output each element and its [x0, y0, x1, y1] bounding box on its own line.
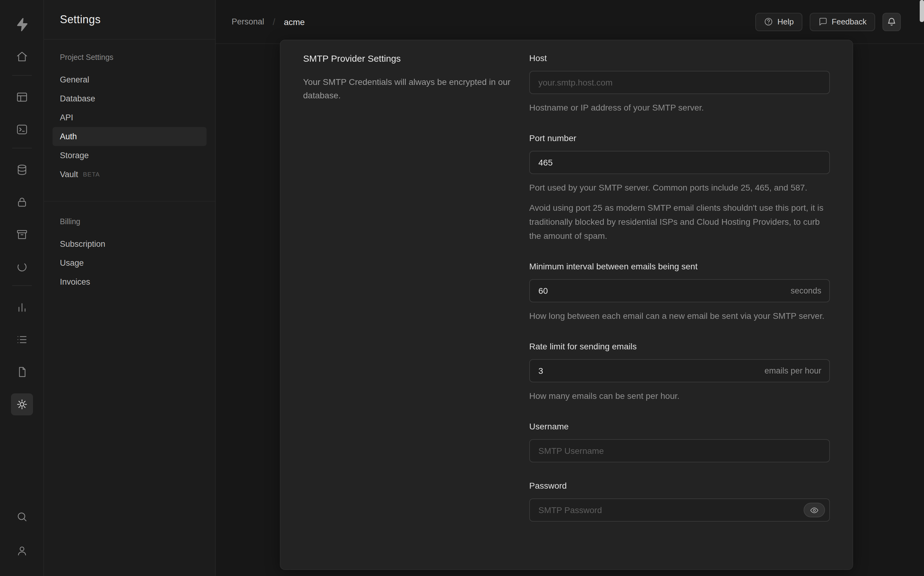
interval-input-wrap: seconds — [529, 279, 830, 302]
nav-rail — [0, 0, 44, 576]
beta-badge: BETA — [83, 171, 100, 178]
rate-limit-input[interactable] — [529, 359, 830, 382]
sidebar-item-general[interactable]: General — [53, 70, 207, 89]
sidebar-item-subscription[interactable]: Subscription — [53, 235, 207, 253]
interval-input[interactable] — [529, 279, 830, 302]
help-circle-icon — [764, 17, 773, 26]
user-icon — [16, 545, 28, 557]
sidebar-item-label: Database — [60, 94, 95, 103]
file-icon — [16, 366, 28, 378]
interval-field: Minimum interval between emails being se… — [529, 261, 830, 323]
bar-chart-icon — [16, 301, 28, 314]
interval-label: Minimum interval between emails being se… — [529, 261, 830, 272]
list-icon — [16, 333, 28, 346]
main-content: Personal / acme Help Feedback — [216, 0, 924, 576]
rail-api-docs-button[interactable] — [11, 361, 33, 383]
host-label: Host — [529, 53, 830, 64]
sidebar-divider — [44, 201, 215, 202]
supabase-dashboard: Settings Project Settings General Databa… — [0, 0, 924, 576]
password-label: Password — [529, 480, 830, 491]
host-help-text: Hostname or IP address of your SMTP serv… — [529, 101, 830, 115]
scrollbar-thumb[interactable] — [920, 0, 924, 22]
section-header-project-settings: Project Settings — [53, 53, 207, 62]
rail-divider — [12, 75, 32, 76]
edge-functions-icon — [16, 261, 28, 273]
chat-bubble-icon — [818, 17, 828, 26]
rail-reports-button[interactable] — [11, 296, 33, 318]
notifications-button[interactable] — [882, 13, 901, 31]
breadcrumb-project[interactable]: acme — [284, 17, 305, 27]
table-editor-icon — [16, 91, 28, 103]
gear-icon — [16, 398, 28, 410]
sidebar-item-vault[interactable]: Vault BETA — [53, 165, 207, 184]
sidebar-item-label: Vault — [60, 170, 78, 179]
rail-group-home — [11, 46, 33, 68]
sidebar-item-invoices[interactable]: Invoices — [53, 272, 207, 291]
feedback-button-label: Feedback — [832, 17, 866, 26]
port-input[interactable] — [529, 151, 830, 174]
sidebar-item-usage[interactable]: Usage — [53, 253, 207, 272]
rail-group-editors — [11, 86, 33, 141]
rail-group-observability — [11, 296, 33, 415]
rate-limit-label: Rate limit for sending emails — [529, 341, 830, 352]
sidebar-item-api[interactable]: API — [53, 108, 207, 127]
sidebar-item-label: Usage — [60, 258, 84, 267]
home-icon — [16, 51, 28, 63]
panel-description-column: SMTP Provider Settings Your SMTP Credent… — [303, 53, 517, 569]
port-help-text: Port used by your SMTP server. Common po… — [529, 181, 830, 195]
rail-divider — [12, 285, 32, 286]
sql-editor-icon — [16, 123, 28, 136]
section-header-billing: Billing — [53, 218, 207, 226]
sidebar-item-label: Invoices — [60, 277, 90, 286]
reveal-password-button[interactable] — [804, 503, 825, 517]
rail-storage-button[interactable] — [11, 224, 33, 246]
breadcrumb-org[interactable]: Personal — [232, 17, 264, 26]
port-label: Port number — [529, 133, 830, 144]
rail-divider — [12, 148, 32, 149]
breadcrumb: Personal / acme — [232, 16, 305, 27]
panel-description: Your SMTP Credentials will always be enc… — [303, 75, 517, 102]
port-note-text: Avoid using port 25 as modern SMTP email… — [529, 201, 830, 243]
lock-icon — [16, 196, 28, 208]
rail-database-button[interactable] — [11, 159, 33, 181]
sidebar-item-database[interactable]: Database — [53, 89, 207, 108]
rail-table-editor-button[interactable] — [11, 86, 33, 108]
rail-home-button[interactable] — [11, 46, 33, 68]
bell-icon — [887, 17, 897, 27]
rail-group-products — [11, 159, 33, 278]
supabase-bolt-icon — [14, 17, 29, 32]
rate-limit-input-wrap: emails per hour — [529, 359, 830, 382]
host-input-wrap — [529, 71, 830, 94]
panel-title: SMTP Provider Settings — [303, 53, 517, 65]
rail-sql-editor-button[interactable] — [11, 118, 33, 141]
sidebar-item-storage[interactable]: Storage — [53, 146, 207, 165]
settings-sidebar: Settings Project Settings General Databa… — [44, 0, 216, 576]
port-input-wrap — [529, 151, 830, 174]
host-input[interactable] — [529, 71, 830, 94]
topbar-actions: Help Feedback — [755, 13, 901, 31]
password-input-wrap — [529, 498, 830, 522]
database-icon — [16, 164, 28, 176]
sidebar-item-auth[interactable]: Auth — [53, 127, 207, 146]
username-input[interactable] — [529, 439, 830, 462]
panel-form-column: Host Hostname or IP address of your SMTP… — [529, 53, 830, 569]
sidebar-item-label: API — [60, 113, 73, 122]
rail-edge-functions-button[interactable] — [11, 256, 33, 278]
rail-search-button[interactable] — [11, 506, 33, 528]
host-field: Host Hostname or IP address of your SMTP… — [529, 53, 830, 115]
rail-settings-button[interactable] — [11, 394, 33, 415]
sidebar-item-label: Subscription — [60, 240, 106, 249]
rail-account-button[interactable] — [11, 540, 33, 562]
supabase-logo[interactable] — [11, 13, 33, 35]
archive-icon — [16, 229, 28, 241]
help-button[interactable]: Help — [755, 13, 802, 31]
rail-logs-button[interactable] — [11, 329, 33, 350]
top-bar: Personal / acme Help Feedback — [216, 0, 924, 44]
help-button-label: Help — [777, 17, 794, 26]
breadcrumb-separator: / — [273, 16, 275, 27]
sidebar-header: Settings — [44, 0, 215, 40]
rail-auth-button[interactable] — [11, 191, 33, 213]
smtp-settings-panel: SMTP Provider Settings Your SMTP Credent… — [280, 40, 853, 570]
feedback-button[interactable]: Feedback — [810, 13, 875, 31]
password-input[interactable] — [529, 498, 830, 522]
